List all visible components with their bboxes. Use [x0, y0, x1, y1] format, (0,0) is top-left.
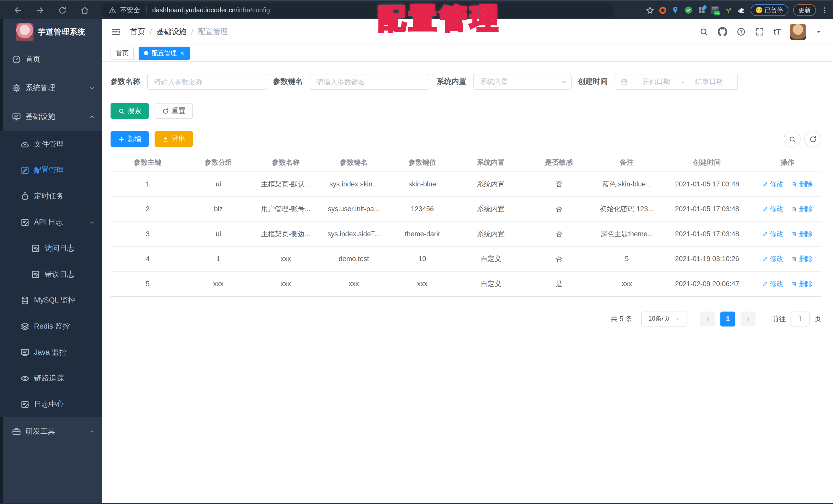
sidebar-item-redis-monitor[interactable]: Redis 监控 [0, 313, 102, 339]
edit-link[interactable]: 修改 [762, 279, 784, 288]
cell-created: 2021-01-19 03:10:26 [661, 246, 753, 271]
cell-value: theme-dark [388, 222, 457, 247]
search-button[interactable]: 搜索 [111, 103, 149, 119]
page-content: 参数名称 参数键名 系统内置 系统内置 创建时间 开始日期 - 结束日期 [102, 61, 833, 503]
tab-home[interactable]: 首页 [111, 47, 134, 60]
tab-config-mgmt[interactable]: 配置管理× [139, 47, 189, 60]
layers-icon [20, 322, 30, 331]
extension-ring-icon[interactable] [659, 7, 666, 14]
sidebar-item-trace[interactable]: 链路追踪 [0, 365, 102, 391]
user-avatar[interactable] [790, 24, 806, 40]
font-size-icon[interactable]: tT [774, 27, 781, 36]
address-bar[interactable]: 不安全 dashboard.yudao.iocoder.cn/infra/con… [101, 3, 614, 17]
refresh-table-button[interactable] [804, 131, 821, 148]
date-range-picker[interactable]: 开始日期 - 结束日期 [615, 74, 738, 90]
sidebar-item-scheduled-jobs[interactable]: 定时任务 [0, 183, 102, 209]
cell-actions: 修改删除 [754, 246, 822, 271]
sidebar-item-access-log[interactable]: 访问日志 [0, 235, 102, 261]
edit-link[interactable]: 修改 [762, 204, 784, 213]
user-menu-caret-icon[interactable] [815, 28, 822, 35]
edit-label: 修改 [770, 179, 784, 189]
browser-menu-icon[interactable] [821, 6, 829, 14]
extension-pin-icon[interactable] [671, 6, 679, 14]
extension-check-icon[interactable] [684, 6, 692, 14]
sidebar-item-label: 文件管理 [34, 140, 64, 149]
delete-link[interactable]: 删除 [791, 279, 813, 288]
param-key-input[interactable] [310, 74, 429, 90]
edit-link[interactable]: 修改 [762, 229, 784, 238]
paused-extension-button[interactable]: 已暂停 [750, 4, 788, 16]
next-page-button[interactable] [741, 311, 756, 326]
add-button[interactable]: 新增 [111, 131, 149, 147]
delete-link[interactable]: 删除 [791, 179, 813, 189]
browser-back-icon[interactable] [13, 6, 22, 15]
refresh-icon [809, 135, 817, 143]
cell-builtin: 系统内置 [457, 222, 525, 247]
sidebar-item-api-log[interactable]: API 日志 [0, 209, 102, 235]
trash-icon [791, 256, 798, 262]
cell-sensitive: 否 [525, 172, 593, 197]
browser-home-icon[interactable] [80, 6, 89, 15]
date-range-separator: - [680, 78, 686, 86]
github-icon[interactable] [718, 27, 727, 36]
trash-icon [791, 231, 798, 237]
browser-reload-icon[interactable] [58, 6, 67, 15]
filter-form: 参数名称 参数键名 系统内置 系统内置 创建时间 开始日期 - 结束日期 [111, 74, 822, 90]
browser-forward-icon[interactable] [35, 6, 45, 15]
close-icon[interactable]: × [180, 50, 184, 56]
sidebar-item-home[interactable]: 首页 [0, 45, 102, 74]
eye-icon [20, 373, 30, 383]
param-name-input[interactable] [147, 74, 267, 90]
cell-sensitive: 否 [525, 246, 593, 271]
sidebar-collapse-icon[interactable] [111, 27, 121, 37]
sidebar-item-log-center[interactable]: 日志中心 [0, 391, 102, 417]
sidebar-item-dev-tools[interactable]: 研发工具 [0, 417, 102, 446]
cell-builtin: 自定义 [457, 246, 525, 271]
breadcrumb-item[interactable]: 基础设施 [157, 27, 186, 36]
edit-link[interactable]: 修改 [762, 254, 784, 263]
sidebar-item-label: MySQL 监控 [34, 295, 75, 305]
help-icon[interactable] [736, 27, 746, 36]
gear-icon [12, 83, 21, 93]
extensions-puzzle-icon[interactable] [737, 6, 745, 14]
reset-button[interactable]: 重置 [154, 103, 193, 119]
sidebar-item-config-mgmt[interactable]: 配置管理 [0, 157, 102, 183]
delete-link[interactable]: 删除 [791, 229, 813, 238]
extension-sprout-icon[interactable] [724, 6, 732, 14]
app-logo-row[interactable]: 芋道管理系统 [0, 19, 102, 45]
cell-sensitive: 是 [525, 271, 593, 296]
param-name-label: 参数名称 [111, 77, 140, 86]
bookmark-star-icon[interactable] [645, 6, 654, 15]
breadcrumb-item[interactable]: 首页 [130, 27, 145, 36]
sidebar-item-label: API 日志 [34, 217, 63, 227]
chevron-down-icon [89, 428, 95, 435]
builtin-select[interactable]: 系统内置 [473, 74, 572, 90]
export-button[interactable]: 导出 [154, 131, 193, 147]
header-search-icon[interactable] [699, 27, 709, 36]
cell-key: demo.test [320, 246, 388, 271]
sidebar-item-java-monitor[interactable]: Java 监控 [0, 339, 102, 366]
fullscreen-icon[interactable] [755, 27, 764, 36]
extension-grid-icon[interactable] [697, 6, 706, 14]
sidebar-item-mysql-monitor[interactable]: MySQL 监控 [0, 287, 102, 313]
sidebar-item-system-mgmt[interactable]: 系统管理 [0, 74, 102, 103]
sidebar-item-error-log[interactable]: 错误日志 [0, 261, 102, 287]
page-size-select[interactable]: 10条/页 [641, 311, 688, 326]
toggle-search-button[interactable] [784, 131, 801, 148]
delete-label: 删除 [799, 279, 813, 288]
browser-update-button[interactable]: 更新 [793, 4, 816, 16]
page-number-1[interactable]: 1 [720, 311, 735, 326]
goto-page-input[interactable] [790, 311, 810, 326]
delete-link[interactable]: 删除 [791, 254, 813, 263]
sidebar-item-file-mgmt[interactable]: 文件管理 [0, 131, 102, 157]
prev-page-button[interactable] [700, 311, 715, 326]
delete-link[interactable]: 删除 [791, 204, 813, 213]
log-icon [20, 399, 30, 409]
sidebar-item-label: 错误日志 [45, 270, 74, 279]
app-title: 芋道管理系统 [38, 27, 86, 37]
chevron-down-icon [561, 78, 567, 85]
edit-link[interactable]: 修改 [762, 179, 784, 189]
sidebar-item-infrastructure[interactable]: 基础设施 [0, 103, 102, 131]
edit-label: 修改 [770, 279, 784, 288]
translate-extension-icon[interactable]: cn [711, 6, 719, 14]
